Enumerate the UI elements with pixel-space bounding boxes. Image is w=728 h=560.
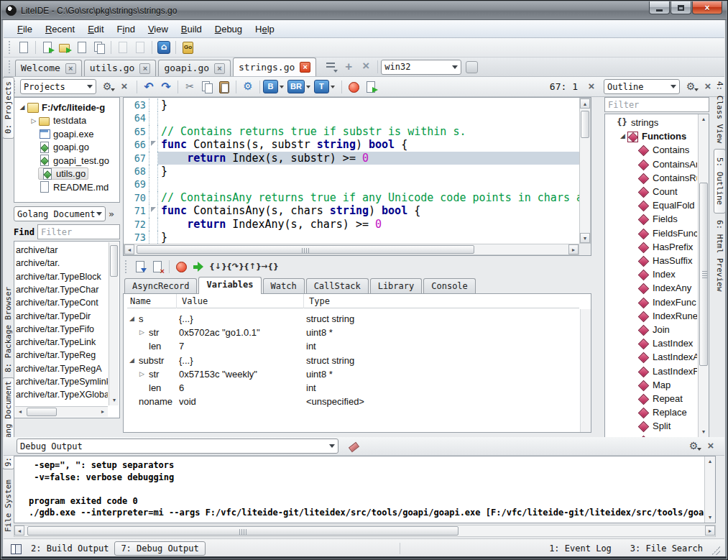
scroll-left-button[interactable]: ◂ xyxy=(14,525,24,536)
minimize-button[interactable] xyxy=(649,1,670,14)
outline-item-contains[interactable]: Contains xyxy=(607,143,697,157)
outline-item-lastindexfunc[interactable]: LastIndexFunc xyxy=(607,364,697,378)
step-over-button[interactable] xyxy=(224,259,241,275)
output-hscrollbar[interactable]: ◂ ▸ xyxy=(14,525,716,537)
doc-list-vscrollbar[interactable]: ▾ xyxy=(109,242,119,405)
outline-vscrollbar[interactable]: ▴ ▾ xyxy=(698,114,709,437)
menu-item-debug[interactable]: Debug xyxy=(208,22,249,37)
start-debug-button[interactable] xyxy=(362,78,379,95)
output-gear-icon[interactable] xyxy=(688,440,701,453)
outline-filter-input[interactable] xyxy=(604,97,709,112)
outline-item-hasprefix[interactable]: HasPrefix xyxy=(607,240,697,254)
line-number[interactable]: 68 xyxy=(124,165,149,178)
tree-item-f-vfc-liteide-g[interactable]: ◢F:/vfc/liteide-g xyxy=(15,101,119,114)
close-tab-button[interactable] xyxy=(357,59,374,75)
side-tab-4-class-view[interactable]: 4: Class View xyxy=(714,78,726,147)
outline-item-indexrune[interactable]: IndexRune xyxy=(607,309,697,323)
doc-view-combo[interactable]: Golang Document xyxy=(14,206,106,221)
outline-gear-icon[interactable] xyxy=(686,81,699,93)
chevron-down-icon[interactable] xyxy=(306,86,310,88)
scroll-left-button[interactable]: ◂ xyxy=(124,244,134,254)
menu-item-build[interactable]: Build xyxy=(175,22,208,37)
tab-strings-go[interactable]: strings.go× xyxy=(233,58,316,76)
tab-close-icon[interactable]: × xyxy=(139,63,150,74)
export-doc-button[interactable] xyxy=(114,40,132,56)
side-tab-8-package-browser[interactable]: 8: Package Browser xyxy=(2,283,14,376)
copy-button[interactable] xyxy=(198,78,216,95)
test-button[interactable]: T xyxy=(314,80,329,93)
scroll-up-button[interactable]: ▴ xyxy=(699,114,709,124)
godoc-button[interactable] xyxy=(179,40,196,56)
editor-vscrollbar[interactable]: ▴ ▾ xyxy=(579,98,591,244)
line-number[interactable]: 64 xyxy=(124,111,149,124)
tree-item-goapi-test-go[interactable]: goapi_test.go xyxy=(15,154,119,167)
dock-layout-icon[interactable] xyxy=(9,542,22,555)
paste-button[interactable] xyxy=(216,78,233,95)
line-number[interactable]: 72 xyxy=(124,218,149,231)
variable-row-str[interactable]: ▷str0x57153c "weekly"uint8 * xyxy=(124,367,579,381)
stop-button[interactable] xyxy=(172,259,190,275)
title-bar[interactable]: LiteIDE - C:\Go\src\pkg\strings\strings.… xyxy=(1,1,727,20)
column-header-name[interactable]: Name xyxy=(127,294,179,308)
stop-button[interactable] xyxy=(345,78,362,95)
tree-item-utils-go[interactable]: utils.go xyxy=(15,167,119,180)
menu-item-edit[interactable]: Edit xyxy=(81,22,110,37)
step-into-button[interactable] xyxy=(207,259,224,275)
continue-button[interactable] xyxy=(190,259,207,275)
menu-item-help[interactable]: Help xyxy=(249,22,281,37)
doc-list-item[interactable]: archive/tar.TypeCont xyxy=(16,296,108,309)
outline-item-hassuffix[interactable]: HasSuffix xyxy=(607,254,697,267)
toolbar-grip[interactable] xyxy=(9,60,11,73)
outline-item-containsrune[interactable]: ContainsRune xyxy=(607,171,697,185)
editor-hscrollbar[interactable]: ◂ ▸ xyxy=(124,244,579,255)
build-and-run-button[interactable]: BR xyxy=(287,80,305,93)
code-editor[interactable]: 63}6465// Contains returns true if subst… xyxy=(123,97,591,256)
outline-item-split[interactable]: Split xyxy=(607,419,697,433)
side-tab-0-projects[interactable]: 0: Projects xyxy=(2,77,14,139)
debug-tab-library[interactable]: Library xyxy=(370,278,423,294)
code-lines[interactable]: 63}6465// Contains returns true if subst… xyxy=(124,98,591,244)
variable-row-noname[interactable]: nonamevoid<unspecified> xyxy=(124,395,579,408)
doc-list-item[interactable]: archive/tar.TypeFifo xyxy=(16,323,108,336)
outline-tree-panel[interactable]: strings◢FunctionsContainsContainsAnyCont… xyxy=(604,114,709,438)
projects-tree-panel[interactable]: ◢F:/vfc/liteide-g▷testdatagoapi.exegoapi… xyxy=(14,97,120,203)
debug-output-panel[interactable]: -sep=", ": setup separators -v=false: ve… xyxy=(14,456,716,523)
scrollbar-thumb[interactable] xyxy=(27,408,57,416)
tree-expander[interactable]: ▷ xyxy=(139,326,144,339)
doc-list-item[interactable]: archive/tar.TypeLink xyxy=(16,336,108,349)
run-to-line-button[interactable] xyxy=(259,259,276,275)
tab-close-icon[interactable]: × xyxy=(65,63,76,74)
doc-list-item[interactable]: archive/tar xyxy=(16,244,108,257)
debug-tab-asyncrecord[interactable]: AsyncRecord xyxy=(124,278,197,294)
line-number[interactable]: 70 xyxy=(124,191,149,204)
tree-expander[interactable]: ◢ xyxy=(129,312,134,326)
outline-item-map[interactable]: Map xyxy=(607,378,697,392)
tree-item-goapi-go[interactable]: goapi.go xyxy=(15,141,119,154)
outline-close-icon[interactable] xyxy=(701,81,714,93)
variable-row-len[interactable]: len7int xyxy=(124,339,579,353)
scroll-down-button[interactable]: ▾ xyxy=(705,513,715,523)
scroll-up-button[interactable]: ▴ xyxy=(580,98,590,109)
undo-button[interactable] xyxy=(140,78,157,95)
scrollbar-thumb[interactable] xyxy=(27,526,459,536)
home-button[interactable] xyxy=(155,40,172,56)
fold-marker[interactable] xyxy=(149,204,158,217)
build-config-button[interactable] xyxy=(239,78,257,95)
variables-panel[interactable]: NameValueType ◢s{...}struct string▷str0x… xyxy=(123,293,591,433)
outline-item-equalfold[interactable]: EqualFold xyxy=(607,198,697,212)
outline-item-fieldsfunc[interactable]: FieldsFunc xyxy=(607,226,697,240)
debug-tab-watch[interactable]: Watch xyxy=(263,278,305,294)
clear-output-icon[interactable] xyxy=(347,440,360,453)
save-all-button[interactable] xyxy=(91,40,108,56)
cut-button[interactable] xyxy=(181,78,198,95)
outline-view-combo[interactable]: Outline xyxy=(604,79,680,94)
outline-item-join[interactable]: Join xyxy=(607,323,697,336)
menu-item-file[interactable]: File xyxy=(11,22,39,37)
outline-item-indexfunc[interactable]: IndexFunc xyxy=(607,295,697,309)
open-folder-button[interactable] xyxy=(56,40,73,56)
editor-close-icon[interactable] xyxy=(585,81,598,93)
outline-item-lastindex[interactable]: LastIndex xyxy=(607,336,697,350)
outline-item-replace[interactable]: Replace xyxy=(607,405,697,419)
scroll-left-button[interactable]: ◂ xyxy=(15,407,25,417)
side-tab-6-html-preview[interactable]: 6: Html Preview xyxy=(714,216,726,296)
